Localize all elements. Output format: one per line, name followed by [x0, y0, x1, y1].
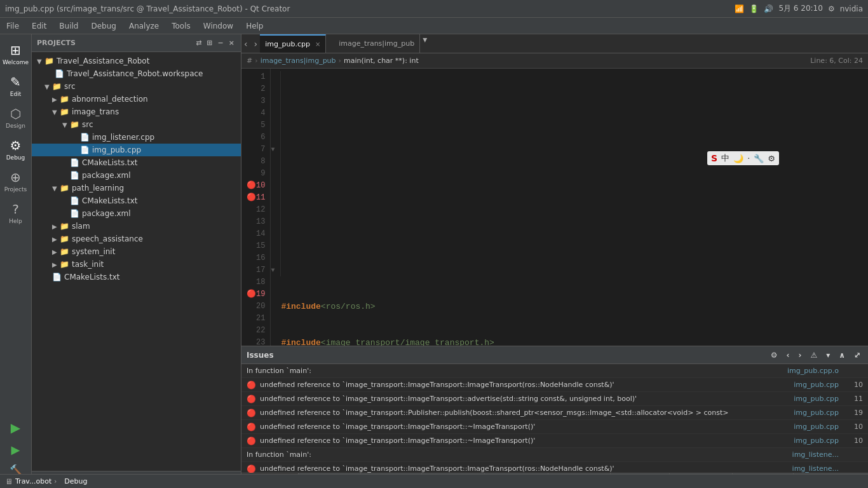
issue-row-2[interactable]: 🔴 undefined reference to `image_transpor… [241, 392, 868, 406]
tree-arrow-image-trans: ▼ [52, 109, 60, 116]
issue-header-1: In function `main': img_pub.cpp.o [241, 364, 868, 378]
run-debug-button[interactable]: ▶ [3, 440, 29, 459]
tree-src-sub[interactable]: ▼ 📁 src [32, 118, 241, 131]
menu-tools[interactable]: Tools [165, 18, 197, 34]
issues-config-icon[interactable]: ⚙ [768, 349, 780, 361]
breadcrumb-location[interactable]: image_trans|img_pub [261, 57, 336, 65]
fold-14 [271, 228, 280, 240]
error-icon-3: 🔴 [247, 409, 256, 417]
tree-label-src-sub: src [82, 120, 93, 129]
issues-collapse-icon[interactable]: ∧ [836, 349, 848, 361]
edit-icon: ✎ [10, 74, 21, 90]
tree-pkg-pl[interactable]: 📄 package.xml [32, 207, 241, 220]
tree-img-pub[interactable]: 📄 img_pub.cpp [32, 144, 241, 156]
collapse-icon[interactable]: − [217, 37, 225, 48]
issue-msg-3: undefined reference to `image_transport:… [260, 409, 775, 417]
issue-row-6[interactable]: 🔴 undefined reference to `image_transpor… [241, 462, 868, 473]
tree-img-listener[interactable]: 📄 img_listener.cpp [32, 131, 241, 144]
projects-label: Projects [4, 186, 27, 193]
issues-warning-icon[interactable]: ⚠ [808, 349, 820, 361]
issue-header-2: In function `main': img_listene... [241, 448, 868, 462]
tree-arrow-src-sub: ▼ [62, 121, 70, 128]
project-label: Trav...obot [15, 477, 51, 485]
tree-speech[interactable]: ▶ 📁 speech_assistance [32, 233, 241, 245]
menu-build[interactable]: Build [53, 18, 85, 34]
tree-label-ws: Travel_Assistance_Robot.workspace [67, 69, 203, 78]
tree-slam[interactable]: ▶ 📁 slam [32, 220, 241, 233]
menu-help[interactable]: Help [240, 18, 269, 34]
tree-src[interactable]: ▼ 📁 src [32, 80, 241, 93]
tree-cmake-pl[interactable]: 📄 CMakeLists.txt [32, 194, 241, 207]
tree-workspace[interactable]: 📄 Travel_Assistance_Robot.workspace [32, 67, 241, 80]
error-icon-4: 🔴 [247, 423, 256, 431]
debug-icon: ⚙ [10, 138, 22, 153]
issues-tools: ⚙ ‹ › ⚠ ▾ ∧ ⤢ [768, 349, 863, 361]
issues-filter-icon[interactable]: ▾ [824, 349, 832, 361]
menu-file[interactable]: File [0, 18, 25, 34]
issues-prev-icon[interactable]: ‹ [784, 349, 792, 361]
tab-dropdown[interactable]: ▾ [423, 34, 427, 53]
issue-msg-4: undefined reference to `image_transport:… [260, 423, 775, 431]
design-icon: ⬡ [10, 106, 21, 121]
action-help[interactable]: ? Help [1, 198, 31, 227]
menu-debug[interactable]: Debug [85, 18, 122, 34]
tree-system[interactable]: ▶ 📁 system_init [32, 245, 241, 258]
nav-forward[interactable]: › [252, 39, 261, 49]
issue-row-3[interactable]: 🔴 undefined reference to `image_transpor… [241, 406, 868, 420]
tree-image-trans[interactable]: ▼ 📁 image_trans [32, 105, 241, 118]
folder-icon-path: 📁 [60, 184, 69, 193]
close-sidebar-icon[interactable]: × [227, 37, 236, 48]
code-content[interactable]: ▼ ▼ #include <ros/ros.h> #include < [271, 69, 868, 346]
menu-window[interactable]: Window [197, 18, 240, 34]
issue-file-5: img_pub.cpp [775, 437, 839, 445]
issue-row-1[interactable]: 🔴 undefined reference to `image_transpor… [241, 378, 868, 392]
filter-icon[interactable]: ⊞ [205, 37, 214, 48]
issues-expand-icon[interactable]: ⤢ [851, 349, 863, 361]
tree-root[interactable]: ▼ 📁 Travel_Assistance_Robot [32, 55, 241, 67]
sync-icon[interactable]: ⇄ [194, 37, 203, 48]
ln-19: 🔴19 [247, 288, 265, 301]
folder-icon-speech: 📁 [60, 234, 69, 243]
tree-cmake-it[interactable]: 📄 CMakeLists.txt [32, 156, 241, 169]
title-bar: img_pub.cpp (src/image_trans/src @ Trave… [0, 0, 868, 18]
tree-pkg-it[interactable]: 📄 package.xml [32, 169, 241, 182]
wifi-icon: 📶 [735, 4, 744, 13]
action-design[interactable]: ⬡ Design [1, 103, 31, 132]
tree-path-learning[interactable]: ▼ 📁 path_learning [32, 182, 241, 194]
sidebar-tree[interactable]: ▼ 📁 Travel_Assistance_Robot 📄 Travel_Ass… [32, 52, 241, 471]
action-edit[interactable]: ✎ Edit [1, 71, 31, 100]
code-editor[interactable]: 1 2 3 4 5 6 7 8 9 🔴10 🔴11 12 13 14 15 16… [241, 69, 868, 346]
issues-list: In function `main': img_pub.cpp.o 🔴 unde… [241, 364, 868, 473]
issues-next-icon[interactable]: › [796, 349, 804, 361]
tree-arrow-src: ▼ [44, 83, 52, 90]
ln-18: 18 [247, 276, 265, 288]
fold-13 [271, 216, 280, 228]
menu-edit[interactable]: Edit [25, 18, 53, 34]
run-button[interactable]: ▶ [3, 418, 29, 437]
issue-file-6: img_listene... [775, 464, 839, 473]
file-icon-cmake-pl: 📄 [70, 196, 79, 205]
tree-arrow-speech: ▶ [52, 236, 60, 243]
tab-img-pub-close[interactable]: × [315, 41, 320, 48]
tree-label-abnormal: abnormal_detection [72, 95, 148, 104]
action-welcome[interactable]: ⊞ Welcome [1, 39, 31, 69]
action-projects[interactable]: ⊕ Projects [1, 166, 31, 196]
tree-cmake-root[interactable]: 📄 CMakeLists.txt [32, 271, 241, 283]
issue-file-4: img_pub.cpp [775, 423, 839, 431]
tree-label-pkg-it: package.xml [82, 171, 131, 180]
tab-img-pub[interactable]: img_pub.cpp × [260, 34, 326, 53]
nav-back[interactable]: ‹ [241, 39, 250, 49]
breadcrumb-function[interactable]: main(int, char **): int [344, 57, 419, 65]
tree-abnormal[interactable]: ▶ 📁 abnormal_detection [32, 93, 241, 105]
issue-row-4[interactable]: 🔴 undefined reference to `image_transpor… [241, 420, 868, 434]
tab-image-trans[interactable]: image_trans|img_pub [334, 34, 420, 53]
tree-label-cmake-root: CMakeLists.txt [64, 273, 120, 281]
tree-task[interactable]: ▶ 📁 task_init [32, 258, 241, 271]
tree-label-image-trans: image_trans [72, 107, 119, 116]
folder-icon-image-trans: 📁 [60, 107, 69, 116]
action-debug[interactable]: ⚙ Debug [1, 135, 31, 164]
issue-file-3: img_pub.cpp [775, 409, 839, 417]
issue-row-5[interactable]: 🔴 undefined reference to `image_transpor… [241, 434, 868, 448]
issue-header-file-2: img_listene... [775, 451, 839, 459]
menu-analyze[interactable]: Analyze [123, 18, 165, 34]
